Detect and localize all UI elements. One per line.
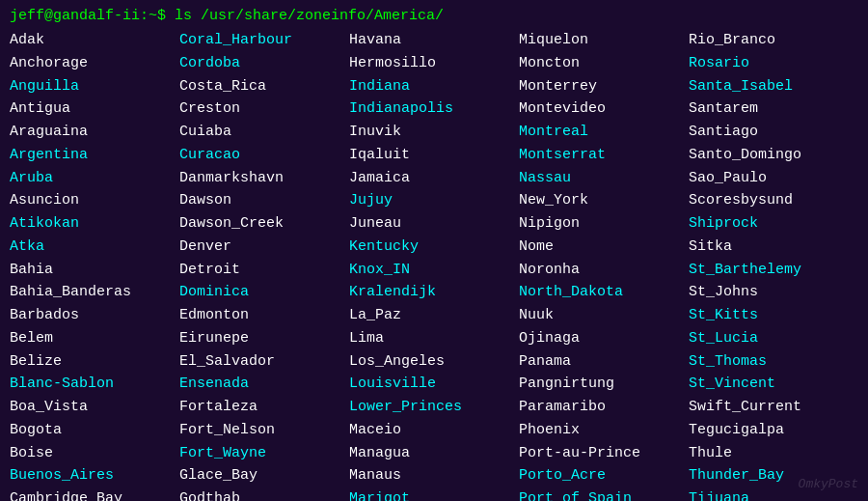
list-item: Atka (10, 237, 179, 258)
list-item: Blanc-Sablon (10, 374, 179, 395)
list-item: Sao_Paulo (689, 168, 858, 189)
list-item: Aruba (10, 168, 179, 189)
list-item: Santiago (689, 122, 858, 143)
list-item: El_Salvador (179, 351, 349, 373)
list-item: Nassau (519, 168, 689, 189)
list-item: Godthab (179, 488, 349, 501)
list-item: Boa_Vista (10, 397, 179, 418)
list-item: Buenos_Aires (10, 465, 179, 487)
list-item: Inuvik (349, 122, 519, 143)
list-item: Tegucigalpa (689, 420, 858, 441)
list-item: Pangnirtung (519, 374, 689, 395)
list-item: St_Kitts (689, 305, 858, 326)
list-item: Swift_Current (689, 397, 858, 418)
list-item: Juneau (349, 213, 519, 235)
list-item: Kentucky (349, 237, 519, 258)
list-item: Edmonton (179, 305, 349, 326)
list-item: Montreal (519, 122, 689, 143)
terminal-prompt: jeff@gandalf-ii:~$ ls /usr/share/zoneinf… (10, 8, 858, 24)
list-item: Belem (10, 328, 179, 349)
list-item: Ojinaga (519, 328, 689, 349)
list-item: Indianapolis (349, 98, 519, 120)
list-item: Thule (689, 443, 858, 464)
list-item: Creston (179, 98, 349, 120)
list-item: Iqaluit (349, 145, 519, 166)
list-item: Santarem (689, 98, 858, 120)
list-item: Costa_Rica (179, 76, 349, 97)
list-item: Asuncion (10, 190, 179, 211)
list-item: Noronha (519, 260, 689, 281)
list-item: North_Dakota (519, 282, 689, 303)
list-item: Argentina (10, 145, 179, 166)
prompt-user: jeff@gandalf-ii:~$ ls /usr/share/zoneinf… (10, 8, 444, 24)
list-item: Nuuk (519, 305, 689, 326)
list-item: Antigua (10, 98, 179, 120)
list-item: Coral_Harbour (179, 30, 349, 51)
list-item: Fort_Wayne (179, 443, 349, 464)
list-item: Bahia_Banderas (10, 282, 179, 303)
list-item: Cordoba (179, 53, 349, 74)
list-item: Phoenix (519, 420, 689, 441)
list-item: St_Johns (689, 282, 858, 303)
list-item: Port-au-Prince (519, 443, 689, 464)
list-item: Shiprock (689, 213, 858, 235)
list-item: St_Barthelemy (689, 260, 858, 281)
list-item: Atikokan (10, 213, 179, 235)
list-item: Sitka (689, 237, 858, 258)
list-item: Jamaica (349, 168, 519, 189)
list-item: Dawson (179, 190, 349, 211)
list-item: Anguilla (10, 76, 179, 97)
list-item: Miquelon (519, 30, 689, 51)
list-item: Detroit (179, 260, 349, 281)
list-item: Bahia (10, 260, 179, 281)
list-item: Hermosillo (349, 53, 519, 74)
list-item: Fort_Nelson (179, 420, 349, 441)
list-item: La_Paz (349, 305, 519, 326)
file-listing: AdakCoral_HarbourHavanaMiquelonRio_Branc… (10, 30, 858, 501)
list-item: Rio_Branco (689, 30, 858, 51)
list-item: Paramaribo (519, 397, 689, 418)
list-item: Los_Angeles (349, 351, 519, 373)
list-item: Port_of_Spain (519, 488, 689, 501)
list-item: Danmarkshavn (179, 168, 349, 189)
list-item: Lima (349, 328, 519, 349)
list-item: Kralendijk (349, 282, 519, 303)
list-item: Rosario (689, 53, 858, 74)
list-item: Knox_IN (349, 260, 519, 281)
list-item: Eirunepe (179, 328, 349, 349)
list-item: Dawson_Creek (179, 213, 349, 235)
list-item: Maceio (349, 420, 519, 441)
list-item: Tijuana (689, 488, 858, 501)
list-item: Moncton (519, 53, 689, 74)
list-item: Adak (10, 30, 179, 51)
list-item: Curacao (179, 145, 349, 166)
list-item: Havana (349, 30, 519, 51)
list-item: Indiana (349, 76, 519, 97)
list-item: Glace_Bay (179, 465, 349, 487)
list-item: Fortaleza (179, 397, 349, 418)
list-item: Lower_Princes (349, 397, 519, 418)
list-item: Dominica (179, 282, 349, 303)
list-item: Scoresbysund (689, 190, 858, 211)
list-item: Marigot (349, 488, 519, 501)
list-item: Santa_Isabel (689, 76, 858, 97)
list-item: Bogota (10, 420, 179, 441)
list-item: Araguaina (10, 122, 179, 143)
list-item: Cuiaba (179, 122, 349, 143)
list-item: Montserrat (519, 145, 689, 166)
list-item: Louisville (349, 374, 519, 395)
list-item: Nome (519, 237, 689, 258)
list-item: Santo_Domingo (689, 145, 858, 166)
list-item: Boise (10, 443, 179, 464)
list-item: St_Lucia (689, 328, 858, 349)
list-item: Monterrey (519, 76, 689, 97)
list-item: St_Thomas (689, 351, 858, 373)
list-item: Managua (349, 443, 519, 464)
list-item: Porto_Acre (519, 465, 689, 487)
list-item: Montevideo (519, 98, 689, 120)
list-item: Cambridge_Bay (10, 488, 179, 501)
list-item: Belize (10, 351, 179, 373)
list-item: Panama (519, 351, 689, 373)
list-item: Barbados (10, 305, 179, 326)
list-item: Denver (179, 237, 349, 258)
